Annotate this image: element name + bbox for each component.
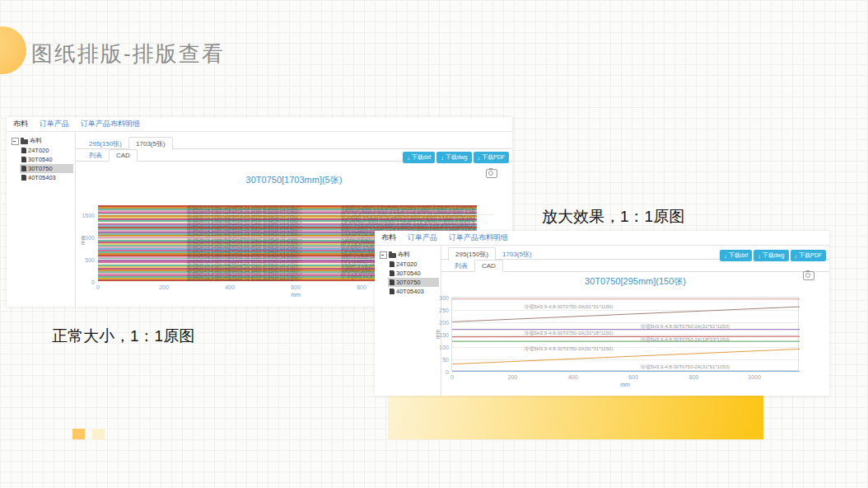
nav-item-fabric[interactable]: 布料 (381, 233, 396, 242)
cut-lines (452, 298, 800, 372)
tree-item-30T0540[interactable]: 30T0540 (388, 269, 439, 278)
piece-label: 冷缩5H3.9-4.8-30T0750-2A(31*91*1150) (640, 322, 729, 330)
folder-icon (389, 253, 396, 258)
tree-item-label: 30T0750 (28, 165, 53, 172)
top-nav: 布料订单产品订单产品布料明细 (375, 231, 829, 246)
download-icon: ↓ (407, 155, 410, 161)
tree-item-30T0750[interactable]: 30T0750 (20, 164, 73, 173)
folder-icon (21, 139, 28, 144)
piece-label: 冷缩5H3.9-4.8-30T0750-2A(31*91*1150) (640, 364, 729, 371)
download-dxf-button[interactable]: ↓下载dxf (403, 152, 435, 163)
tree-item-label: 24T020 (396, 260, 417, 268)
tab-295[interactable]: 295(150张) (82, 138, 128, 150)
piece-label: 冷缩5H3.9-4.8-30T0750-2A(91*31*1150) (524, 303, 613, 310)
file-icon (390, 270, 394, 276)
size-tab-bar: 295(150张)1703(5张) (76, 137, 512, 149)
tree-item-label: 30T0540 (28, 156, 53, 163)
y-tick-label: 500 (85, 257, 98, 263)
export-buttons: ↓下载dxf ↓下载dwg ↓下载PDF (403, 152, 509, 163)
collapse-icon[interactable] (12, 138, 19, 145)
deco-gradient-bar (388, 395, 763, 439)
screenshot-zoomed: 布料订单产品订单产品布料明细 布料24T02030T054030T075040T… (375, 231, 829, 396)
piece-label: 冷缩5H3.9-4.8-30T0750-2A(18*33*1150) (640, 336, 729, 344)
nav-item-order-product-fabric-detail[interactable]: 订单产品布料明细 (81, 120, 140, 128)
tree-item-40T05403[interactable]: 40T05403 (388, 287, 439, 296)
export-buttons: ↓下载dxf ↓下载dwg ↓下载PDF (720, 250, 826, 261)
x-tick-label: 800 (357, 284, 366, 290)
x-tick-label: 400 (568, 374, 578, 380)
fabric-tree: 布料24T02030T054030T075040T05403 (7, 132, 76, 307)
tree-item-label: 30T0750 (396, 279, 421, 286)
download-dwg-button[interactable]: ↓下载dwg (754, 250, 788, 261)
tab-1703[interactable]: 1703(5张) (496, 248, 539, 260)
x-tick-label: 0 (450, 374, 454, 380)
tree-root-fabric[interactable]: 布料 (10, 136, 73, 146)
y-tick-label: 1000 (82, 235, 98, 241)
tab-list[interactable]: 列表 (448, 260, 474, 272)
download-icon: ↓ (795, 253, 798, 259)
x-tick-label: 200 (508, 374, 518, 380)
x-tick-label: 400 (225, 284, 235, 290)
nav-item-order-product-fabric-detail[interactable]: 订单产品布料明细 (449, 233, 508, 242)
download-icon: ↓ (758, 253, 761, 259)
tree-root-label: 布料 (398, 251, 410, 259)
y-tick-label: 200 (439, 320, 452, 326)
gridline (98, 214, 493, 215)
collapse-icon[interactable] (380, 251, 387, 259)
deco-square-light (92, 429, 105, 439)
y-tick-label: 1500 (82, 213, 98, 218)
tab-cad[interactable]: CAD (474, 260, 503, 272)
tree-root-fabric[interactable]: 布料 (378, 250, 439, 260)
download-icon: ↓ (478, 155, 481, 161)
nav-item-fabric[interactable]: 布料 (13, 120, 28, 128)
file-icon (390, 261, 394, 267)
y-tick-label: 100 (439, 345, 452, 350)
tree-item-label: 30T0540 (396, 270, 421, 277)
file-icon (21, 175, 26, 181)
tree-item-24T020[interactable]: 24T020 (20, 146, 73, 155)
x-tick-label: 600 (628, 374, 638, 380)
y-tick-label: 250 (439, 307, 452, 313)
tree-item-label: 40T05403 (28, 174, 56, 181)
download-dxf-button[interactable]: ↓下载dxf (720, 250, 752, 261)
piece-label: 冷缩5H3.9-4.8-30T0750-2A(91*31*1150) (524, 345, 613, 353)
download-dwg-button[interactable]: ↓下载dwg (436, 152, 471, 163)
accent-circle (0, 26, 26, 74)
file-icon (21, 157, 26, 162)
cut-line (452, 307, 800, 321)
tree-root-label: 布料 (30, 137, 42, 145)
x-tick-label: 800 (689, 374, 699, 380)
tree-item-30T0750[interactable]: 30T0750 (388, 278, 439, 287)
download-pdf-button[interactable]: ↓下载PDF (474, 152, 510, 163)
file-icon (390, 279, 394, 285)
page-title: 图纸排版-排版查看 (31, 40, 225, 68)
piece-label: 冷缩5H3.9-4.8-30T0750-2A(33*18*1150) (524, 329, 613, 336)
x-tick-label: 0 (96, 284, 100, 290)
chart-title: 30T0750[1703mm](5张) (76, 174, 512, 186)
nav-item-order-product[interactable]: 订单产品 (408, 233, 437, 242)
caption-normal-size: 正常大小，1：1原图 (52, 326, 194, 347)
overlapping-piece-labels: 冷缩5H3.9-4.8-30T0750-2A(91*31*1150) 冷缩5H3… (187, 205, 302, 281)
x-axis-label: mm (452, 382, 798, 387)
file-icon (21, 166, 26, 171)
file-icon (390, 289, 394, 294)
y-tick-label: 150 (439, 332, 452, 338)
download-icon: ↓ (724, 253, 727, 259)
tree-item-40T05403[interactable]: 40T05403 (20, 173, 73, 182)
nav-item-order-product[interactable]: 订单产品 (40, 120, 69, 128)
download-pdf-button[interactable]: ↓下载PDF (791, 250, 827, 261)
deco-square-dark (72, 429, 85, 439)
view-tab-bar: 列表CAD (441, 260, 829, 272)
cut-line (452, 336, 800, 337)
download-icon: ↓ (441, 155, 444, 161)
tab-list[interactable]: 列表 (82, 149, 109, 162)
tree-item-30T0540[interactable]: 30T0540 (20, 155, 73, 164)
tree-item-24T020[interactable]: 24T020 (388, 260, 439, 269)
top-nav: 布料订单产品订单产品布料明细 (7, 117, 512, 132)
tree-item-label: 40T05403 (396, 288, 424, 295)
y-tick-label: 300 (439, 295, 452, 301)
x-tick-label: 600 (291, 284, 301, 290)
file-icon (21, 148, 26, 153)
tab-cad[interactable]: CAD (109, 149, 138, 162)
fabric-tree: 布料24T02030T054030T075040T05403 (375, 246, 441, 396)
